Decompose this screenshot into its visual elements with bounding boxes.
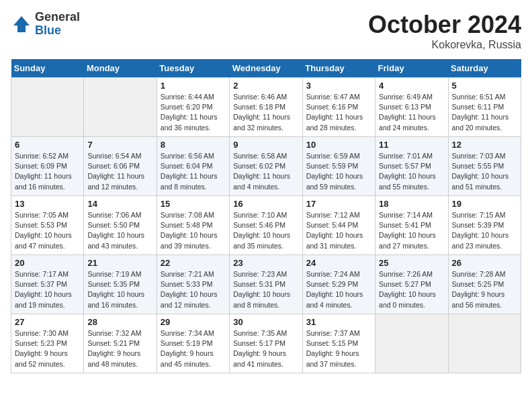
day-number: 11 (379, 140, 444, 150)
day-number: 30 (233, 317, 298, 327)
calendar-cell: 27Sunrise: 7:30 AM Sunset: 5:23 PM Dayli… (11, 314, 84, 373)
calendar-cell: 31Sunrise: 7:37 AM Sunset: 5:15 PM Dayli… (302, 314, 375, 373)
day-info: Sunrise: 7:06 AM Sunset: 5:50 PM Dayligh… (87, 210, 152, 251)
calendar-cell: 28Sunrise: 7:32 AM Sunset: 5:21 PM Dayli… (84, 314, 157, 373)
day-info: Sunrise: 7:35 AM Sunset: 5:17 PM Dayligh… (233, 328, 298, 369)
day-number: 15 (161, 199, 226, 209)
calendar-cell: 22Sunrise: 7:21 AM Sunset: 5:33 PM Dayli… (157, 255, 229, 314)
day-number: 18 (379, 199, 444, 209)
day-number: 7 (87, 140, 152, 150)
day-info: Sunrise: 7:21 AM Sunset: 5:33 PM Dayligh… (161, 269, 226, 310)
column-header-monday: Monday (84, 59, 157, 78)
day-info: Sunrise: 7:03 AM Sunset: 5:55 PM Dayligh… (452, 151, 517, 192)
calendar-cell: 26Sunrise: 7:28 AM Sunset: 5:25 PM Dayli… (448, 255, 521, 314)
day-info: Sunrise: 6:59 AM Sunset: 5:59 PM Dayligh… (306, 151, 371, 192)
svg-marker-0 (13, 16, 30, 32)
day-info: Sunrise: 7:23 AM Sunset: 5:31 PM Dayligh… (233, 269, 298, 310)
day-info: Sunrise: 7:01 AM Sunset: 5:57 PM Dayligh… (379, 151, 444, 192)
day-number: 20 (15, 258, 80, 268)
location: Kokorevka, Russia (368, 39, 521, 51)
day-number: 24 (306, 258, 371, 268)
title-block: October 2024 Kokorevka, Russia (368, 11, 521, 51)
day-info: Sunrise: 6:54 AM Sunset: 6:06 PM Dayligh… (87, 151, 152, 192)
day-info: Sunrise: 6:44 AM Sunset: 6:20 PM Dayligh… (161, 92, 226, 133)
calendar-cell (375, 314, 448, 373)
day-number: 21 (87, 258, 152, 268)
day-info: Sunrise: 7:28 AM Sunset: 5:25 PM Dayligh… (452, 269, 517, 310)
calendar-cell: 18Sunrise: 7:14 AM Sunset: 5:41 PM Dayli… (375, 196, 448, 255)
day-info: Sunrise: 7:10 AM Sunset: 5:46 PM Dayligh… (233, 210, 298, 251)
day-number: 16 (233, 199, 298, 209)
column-header-sunday: Sunday (11, 59, 84, 78)
calendar-cell: 24Sunrise: 7:24 AM Sunset: 5:29 PM Dayli… (302, 255, 375, 314)
calendar-cell: 2Sunrise: 6:46 AM Sunset: 6:18 PM Daylig… (230, 78, 302, 137)
calendar-cell: 5Sunrise: 6:51 AM Sunset: 6:11 PM Daylig… (448, 78, 521, 137)
calendar-cell: 30Sunrise: 7:35 AM Sunset: 5:17 PM Dayli… (230, 314, 302, 373)
calendar-week-row: 13Sunrise: 7:05 AM Sunset: 5:53 PM Dayli… (11, 196, 521, 255)
column-header-saturday: Saturday (448, 59, 521, 78)
calendar-cell: 19Sunrise: 7:15 AM Sunset: 5:39 PM Dayli… (448, 196, 521, 255)
calendar-week-row: 27Sunrise: 7:30 AM Sunset: 5:23 PM Dayli… (11, 314, 521, 373)
day-info: Sunrise: 6:56 AM Sunset: 6:04 PM Dayligh… (161, 151, 226, 192)
day-info: Sunrise: 7:17 AM Sunset: 5:37 PM Dayligh… (15, 269, 80, 310)
logo: General Blue (11, 11, 80, 38)
day-number: 27 (15, 317, 80, 327)
day-info: Sunrise: 6:52 AM Sunset: 6:09 PM Dayligh… (15, 151, 80, 192)
calendar-cell: 17Sunrise: 7:12 AM Sunset: 5:44 PM Dayli… (302, 196, 375, 255)
day-number: 14 (87, 199, 152, 209)
calendar-cell: 14Sunrise: 7:06 AM Sunset: 5:50 PM Dayli… (84, 196, 157, 255)
calendar-cell: 21Sunrise: 7:19 AM Sunset: 5:35 PM Dayli… (84, 255, 157, 314)
calendar-cell: 13Sunrise: 7:05 AM Sunset: 5:53 PM Dayli… (11, 196, 84, 255)
day-number: 28 (87, 317, 152, 327)
day-number: 2 (233, 81, 298, 91)
calendar-cell: 23Sunrise: 7:23 AM Sunset: 5:31 PM Dayli… (230, 255, 302, 314)
calendar-cell: 8Sunrise: 6:56 AM Sunset: 6:04 PM Daylig… (157, 137, 229, 196)
day-info: Sunrise: 6:51 AM Sunset: 6:11 PM Dayligh… (452, 92, 517, 133)
calendar-week-row: 20Sunrise: 7:17 AM Sunset: 5:37 PM Dayli… (11, 255, 521, 314)
calendar-cell (11, 78, 84, 137)
day-info: Sunrise: 7:24 AM Sunset: 5:29 PM Dayligh… (306, 269, 371, 310)
day-info: Sunrise: 7:05 AM Sunset: 5:53 PM Dayligh… (15, 210, 80, 251)
day-info: Sunrise: 7:32 AM Sunset: 5:21 PM Dayligh… (87, 328, 152, 369)
day-number: 4 (379, 81, 444, 91)
column-header-tuesday: Tuesday (157, 59, 229, 78)
column-header-thursday: Thursday (302, 59, 375, 78)
calendar-cell (448, 314, 521, 373)
calendar-cell: 12Sunrise: 7:03 AM Sunset: 5:55 PM Dayli… (448, 137, 521, 196)
calendar-cell: 11Sunrise: 7:01 AM Sunset: 5:57 PM Dayli… (375, 137, 448, 196)
day-number: 1 (161, 81, 226, 91)
calendar-header-row: SundayMondayTuesdayWednesdayThursdayFrid… (11, 59, 521, 78)
day-info: Sunrise: 7:08 AM Sunset: 5:48 PM Dayligh… (161, 210, 226, 251)
calendar-cell: 20Sunrise: 7:17 AM Sunset: 5:37 PM Dayli… (11, 255, 84, 314)
calendar-cell: 16Sunrise: 7:10 AM Sunset: 5:46 PM Dayli… (230, 196, 302, 255)
day-info: Sunrise: 7:30 AM Sunset: 5:23 PM Dayligh… (15, 328, 80, 369)
day-info: Sunrise: 6:46 AM Sunset: 6:18 PM Dayligh… (233, 92, 298, 133)
day-info: Sunrise: 6:58 AM Sunset: 6:02 PM Dayligh… (233, 151, 298, 192)
day-number: 9 (233, 140, 298, 150)
day-number: 13 (15, 199, 80, 209)
calendar-cell: 9Sunrise: 6:58 AM Sunset: 6:02 PM Daylig… (230, 137, 302, 196)
day-number: 12 (452, 140, 517, 150)
page-header: General Blue October 2024 Kokorevka, Rus… (11, 11, 521, 51)
logo-general: General (35, 11, 80, 24)
day-info: Sunrise: 6:47 AM Sunset: 6:16 PM Dayligh… (306, 92, 371, 133)
day-number: 26 (452, 258, 517, 268)
day-number: 23 (233, 258, 298, 268)
calendar-cell: 3Sunrise: 6:47 AM Sunset: 6:16 PM Daylig… (302, 78, 375, 137)
calendar-cell: 29Sunrise: 7:34 AM Sunset: 5:19 PM Dayli… (157, 314, 229, 373)
calendar-cell: 15Sunrise: 7:08 AM Sunset: 5:48 PM Dayli… (157, 196, 229, 255)
day-number: 29 (161, 317, 226, 327)
calendar-cell: 25Sunrise: 7:26 AM Sunset: 5:27 PM Dayli… (375, 255, 448, 314)
calendar-week-row: 1Sunrise: 6:44 AM Sunset: 6:20 PM Daylig… (11, 78, 521, 137)
calendar-table: SundayMondayTuesdayWednesdayThursdayFrid… (11, 59, 521, 373)
column-header-friday: Friday (375, 59, 448, 78)
day-number: 10 (306, 140, 371, 150)
day-number: 3 (306, 81, 371, 91)
day-info: Sunrise: 6:49 AM Sunset: 6:13 PM Dayligh… (379, 92, 444, 133)
calendar-week-row: 6Sunrise: 6:52 AM Sunset: 6:09 PM Daylig… (11, 137, 521, 196)
logo-icon (11, 13, 32, 35)
day-info: Sunrise: 7:14 AM Sunset: 5:41 PM Dayligh… (379, 210, 444, 251)
calendar-cell (84, 78, 157, 137)
day-number: 25 (379, 258, 444, 268)
calendar-cell: 6Sunrise: 6:52 AM Sunset: 6:09 PM Daylig… (11, 137, 84, 196)
